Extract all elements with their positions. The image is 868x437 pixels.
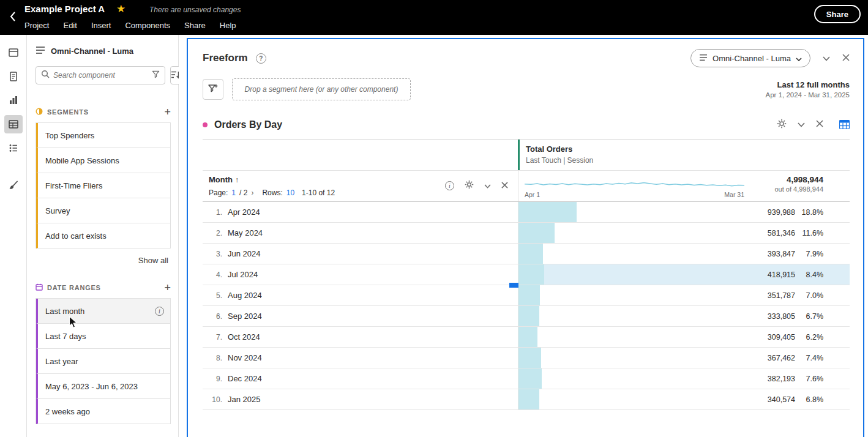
column-settings-button[interactable] — [465, 180, 474, 191]
segment-icon — [36, 108, 43, 116]
row-percent: 6.8% — [795, 395, 823, 404]
table-row[interactable]: 7.Oct 2024309,4056.2% — [203, 327, 850, 348]
table-row[interactable]: 6.Sep 2024333,8056.7% — [203, 306, 850, 327]
segment-item[interactable]: Survey — [36, 198, 170, 223]
page-total: / 2 — [239, 189, 247, 197]
table-row[interactable]: 4.Jul 2024418,9158.4% — [203, 264, 850, 285]
daterange-item[interactable]: Last monthi — [36, 299, 170, 324]
row-percent: 6.7% — [795, 312, 823, 321]
segment-dropzone[interactable]: Drop a segment here (or any other compon… — [232, 78, 411, 100]
menu-item-insert[interactable]: Insert — [91, 21, 111, 30]
search-input[interactable] — [53, 71, 148, 80]
row-index: 4. — [209, 271, 222, 279]
row-index: 9. — [209, 375, 222, 383]
row-percent: 7.9% — [795, 250, 823, 258]
page-current-link[interactable]: 1 — [231, 189, 236, 197]
rows-label: Rows: — [262, 189, 282, 197]
panels-icon[interactable] — [4, 43, 23, 62]
sort-ascending-icon[interactable]: ↑ — [235, 176, 239, 184]
table-row[interactable]: 9.Dec 2024382,1937.6% — [203, 368, 850, 389]
value-bar — [518, 223, 555, 243]
dimension-column-header[interactable]: Month ↑ Page: 1 / 2 › Rows: 10 1-10 of 1… — [203, 171, 518, 201]
metric-column-header[interactable]: Total Orders Last Touch | Session — [518, 140, 850, 170]
daterange-item[interactable]: 2 weeks ago — [36, 399, 170, 424]
left-rail — [0, 35, 27, 437]
info-icon[interactable]: i — [155, 307, 164, 316]
daterange-item[interactable]: Last year — [36, 349, 170, 374]
table-row[interactable]: 1.Apr 2024939,98818.8% — [203, 202, 850, 223]
outline-icon[interactable] — [4, 139, 23, 157]
row-value: 333,805 — [744, 312, 795, 321]
add-daterange-button[interactable]: + — [164, 283, 171, 292]
row-index: 2. — [209, 229, 222, 237]
segment-item[interactable]: First-Time Fliers — [36, 173, 170, 198]
row-metric-cell: 393,8477.9% — [518, 244, 850, 264]
metric-attribution: Last Touch | Session — [526, 156, 850, 165]
table-row[interactable]: 3.Jun 2024393,8477.9% — [203, 244, 850, 264]
viz-close-button[interactable] — [816, 120, 823, 129]
table-row[interactable]: 2.May 2024581,34611.6% — [203, 223, 850, 244]
menu-item-project[interactable]: Project — [24, 21, 49, 30]
row-dimension-cell: 8.Nov 2024 — [203, 348, 518, 368]
menu-item-help[interactable]: Help — [220, 21, 236, 30]
row-numbers: 382,1937.6% — [744, 368, 823, 389]
table-row[interactable]: 5.Aug 2024351,7877.0% — [203, 285, 850, 306]
unsaved-changes-note: There are unsaved changes — [149, 6, 241, 14]
tables-icon[interactable] — [4, 115, 23, 133]
dataset-row[interactable]: Omni-Channel - Luma — [36, 46, 171, 56]
table-row[interactable]: 8.Nov 2024367,4627.4% — [203, 348, 850, 368]
row-value: 939,988 — [744, 208, 795, 217]
dataset-chip-label: Omni-Channel - Luma — [713, 54, 791, 63]
favorite-star-icon[interactable]: ★ — [116, 2, 125, 15]
date-range-dates: Apr 1, 2024 - Mar 31, 2025 — [766, 91, 850, 99]
row-numbers: 309,4056.2% — [744, 327, 823, 347]
data-table-icon[interactable] — [839, 120, 850, 129]
row-percent: 11.6% — [795, 229, 823, 237]
search-icon — [41, 70, 50, 81]
row-numbers: 393,8477.9% — [744, 244, 823, 264]
collapse-panel-button[interactable] — [823, 54, 830, 63]
row-metric-cell: 351,7877.0% — [518, 285, 850, 305]
rows-per-page-link[interactable]: 10 — [286, 189, 294, 197]
daterange-item[interactable]: Last 7 days — [36, 324, 170, 349]
filter-icon[interactable] — [152, 70, 160, 81]
row-dimension-cell: 6.Sep 2024 — [203, 306, 518, 326]
dataset-chip[interactable]: Omni-Channel - Luma — [690, 49, 810, 67]
viz-collapse-button[interactable] — [798, 120, 805, 129]
components-sidebar: Omni-Channel - Luma SEGME — [27, 35, 179, 437]
back-chevron-icon — [10, 12, 16, 23]
visualizations-icon[interactable] — [4, 91, 23, 110]
add-segment-button[interactable]: + — [164, 108, 171, 116]
info-icon[interactable]: i — [445, 181, 454, 190]
viz-settings-button[interactable] — [777, 119, 787, 130]
back-button[interactable] — [6, 9, 20, 25]
page-label: Page: — [209, 189, 228, 197]
page-next-icon[interactable]: › — [251, 189, 253, 197]
menu-item-share[interactable]: Share — [184, 21, 206, 30]
share-button[interactable]: Share — [814, 5, 861, 23]
search-box[interactable] — [36, 66, 165, 84]
column-close-button[interactable] — [501, 181, 508, 190]
components-icon[interactable] — [4, 67, 23, 86]
show-all-link[interactable]: Show all — [36, 256, 171, 265]
row-percent: 6.2% — [795, 333, 823, 342]
panel-date-range[interactable]: Last 12 full months Apr 1, 2024 - Mar 31… — [766, 80, 850, 99]
menu-item-components[interactable]: Components — [125, 21, 170, 30]
value-bar — [518, 389, 539, 409]
segment-item[interactable]: Mobile App Sessions — [36, 148, 170, 173]
column-collapse-button[interactable] — [484, 181, 491, 190]
segment-item[interactable]: Top Spenders — [36, 123, 170, 148]
styling-icon[interactable] — [4, 176, 23, 195]
viz-color-dot — [203, 122, 208, 127]
row-percent: 8.4% — [795, 271, 823, 279]
help-icon[interactable]: ? — [256, 53, 266, 64]
date-range-title: Last 12 full months — [766, 80, 850, 89]
chevron-down-icon — [798, 120, 805, 129]
segment-item[interactable]: Add to cart exists — [36, 223, 170, 248]
menu-item-edit[interactable]: Edit — [63, 21, 77, 30]
close-panel-button[interactable] — [842, 54, 850, 63]
table-row[interactable]: 10.Jan 2025340,5746.8% — [203, 389, 850, 410]
daterange-item[interactable]: May 6, 2023 - Jun 6, 2023 — [36, 374, 170, 399]
segment-filter-button[interactable] — [203, 79, 223, 100]
metric-name: Total Orders — [526, 144, 850, 154]
